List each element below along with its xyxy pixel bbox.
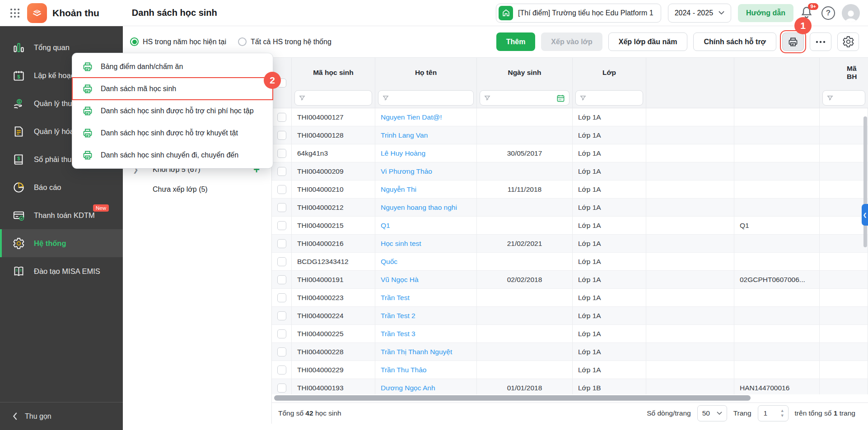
filter-input-ho-ten[interactable] bbox=[378, 90, 474, 106]
rows-per-page-label: Số dòng/trang bbox=[647, 409, 691, 417]
toolbar-ellipsis-icon-button[interactable] bbox=[810, 32, 831, 51]
radio-icon bbox=[238, 37, 247, 46]
collapse-sidebar-button[interactable]: Thu gọn bbox=[0, 402, 123, 430]
toolbar-gear-icon-button[interactable] bbox=[837, 32, 859, 51]
cell-ngay-sinh bbox=[477, 199, 573, 217]
toolbar-button-xếp-lớp-đầu-năm[interactable]: Xếp lớp đầu năm bbox=[608, 32, 688, 51]
school-year-select[interactable]: 2024 - 2025 bbox=[668, 4, 731, 23]
guide-button[interactable]: Hướng dẫn bbox=[738, 4, 793, 22]
sidebar-item-5[interactable]: Báo cáo bbox=[0, 173, 123, 201]
column-label: Ngày sinh bbox=[508, 69, 541, 77]
school-selector[interactable]: [Thí điểm] Trường tiểu học Edu Platform … bbox=[496, 4, 661, 23]
print-menu-item-1[interactable]: Danh sách mã học sinh bbox=[72, 78, 273, 100]
table-row-5: THI004000212Nguyen hoang thao nghiLớp 1A bbox=[272, 199, 868, 217]
cell-ho-ten[interactable]: Dương Ngọc Anh bbox=[375, 379, 477, 394]
row-checkbox[interactable] bbox=[277, 293, 286, 302]
help-icon[interactable]: ? bbox=[821, 6, 835, 20]
cell-ho-ten[interactable]: Nguyen Tien Dat@! bbox=[375, 108, 477, 126]
row-checkbox[interactable] bbox=[277, 311, 286, 320]
table-row-12: THI004000225Trần Test 3Lớp 1A bbox=[272, 325, 868, 343]
total-count: 42 bbox=[305, 409, 313, 417]
filter-input-lop[interactable] bbox=[575, 90, 643, 106]
horizontal-scrollbar-thumb[interactable] bbox=[274, 395, 751, 401]
print-menu-item-0[interactable]: Bảng điểm danh/chấm ăn bbox=[72, 55, 273, 78]
cell-col-5 bbox=[646, 289, 734, 307]
row-checkbox[interactable] bbox=[277, 131, 286, 140]
panel-expand-tab[interactable]: ❮ bbox=[862, 204, 868, 226]
row-checkbox[interactable] bbox=[277, 239, 286, 248]
calendar-icon[interactable] bbox=[556, 94, 565, 102]
cell-ma-hoc-sinh: THI004000191 bbox=[292, 271, 375, 289]
toolbar-printer-icon-button[interactable] bbox=[782, 32, 804, 51]
tree-item-6[interactable]: Chưa xếp lớp (5) bbox=[123, 180, 271, 199]
cell-ho-ten[interactable]: Trần Thu Thảo bbox=[375, 361, 477, 379]
top-bar: $ Khoản thu Danh sách học sinh [Thí điểm… bbox=[0, 0, 868, 26]
cell-col-6: 02GCPHT0607006... bbox=[734, 271, 820, 289]
cell-ngay-sinh: 11/11/2018 bbox=[477, 180, 573, 199]
cell-ho-ten[interactable]: Trinh Lang Van bbox=[375, 126, 477, 144]
filter-input-ma-hoc-sinh[interactable] bbox=[294, 90, 372, 106]
row-checkbox[interactable] bbox=[277, 203, 286, 212]
cell-ho-ten[interactable]: Vi Phương Thảo bbox=[375, 162, 477, 180]
student-scope-radio-0[interactable]: HS trong năm học hiện tại bbox=[130, 37, 226, 46]
cell-ho-ten[interactable]: Q1 bbox=[375, 217, 477, 235]
row-checkbox[interactable] bbox=[277, 384, 286, 393]
sidebar-item-6[interactable]: Thanh toán KDTMNew bbox=[0, 201, 123, 229]
cell-ho-ten[interactable]: Vũ Ngọc Hà bbox=[375, 271, 477, 289]
cell-ho-ten[interactable]: Trần Test 2 bbox=[375, 307, 477, 325]
filter-cell-ma-bh bbox=[820, 88, 868, 108]
row-checkbox[interactable] bbox=[277, 329, 286, 338]
student-scope-radio-1[interactable]: Tất cả HS trong hệ thống bbox=[238, 37, 331, 46]
sidebar-item-7[interactable]: Hệ thống bbox=[0, 229, 123, 257]
row-checkbox[interactable] bbox=[277, 185, 286, 194]
sidebar-item-label: Quản lý thu bbox=[34, 99, 72, 108]
cell-col-6 bbox=[734, 289, 820, 307]
print-menu-item-4[interactable]: Danh sách học sinh chuyển đi, chuyển đến bbox=[72, 144, 273, 166]
vertical-scrollbar-thumb[interactable] bbox=[863, 116, 867, 247]
cell-lop: Lớp 1A bbox=[573, 180, 646, 199]
avatar[interactable] bbox=[842, 4, 860, 22]
toolbar-button-chính-sách-hỗ-trợ[interactable]: Chính sách hỗ trợ bbox=[693, 32, 776, 51]
row-checkbox[interactable] bbox=[277, 149, 286, 158]
filter-input-ma-bh[interactable] bbox=[822, 90, 865, 106]
page-number-input[interactable]: 1 ▲▼ bbox=[758, 405, 789, 421]
cell-ho-ten[interactable]: Quốc bbox=[375, 253, 477, 271]
cell-ho-ten[interactable]: Học sinh test bbox=[375, 235, 477, 253]
page-number-value: 1 bbox=[764, 409, 768, 417]
cell-ho-ten[interactable]: Nguyen hoang thao nghi bbox=[375, 199, 477, 217]
filter-cell-ho-ten bbox=[375, 88, 477, 108]
print-menu-item-3[interactable]: Danh sách học sinh được hỗ trợ khuyết tậ… bbox=[72, 122, 273, 144]
cell-select bbox=[272, 343, 292, 361]
rows-per-page-select[interactable]: 50 bbox=[697, 405, 727, 421]
row-checkbox[interactable] bbox=[277, 167, 286, 176]
cell-ho-ten[interactable]: Trần Thị Thanh Nguyệt bbox=[375, 343, 477, 361]
sidebar-item-8[interactable]: Đào tạo MISA EMIS bbox=[0, 257, 123, 285]
row-checkbox[interactable] bbox=[277, 257, 286, 266]
cell-ho-ten[interactable]: Trần Test 3 bbox=[375, 325, 477, 343]
cell-ho-ten[interactable]: Lê Huy Hoàng bbox=[375, 144, 477, 162]
column-header-lop: Lớp bbox=[573, 58, 646, 88]
cell-select bbox=[272, 379, 292, 394]
row-checkbox[interactable] bbox=[277, 365, 286, 375]
row-checkbox[interactable] bbox=[277, 221, 286, 230]
cell-ma-bh bbox=[820, 253, 868, 271]
filter-input-ngay-sinh[interactable] bbox=[480, 90, 569, 106]
row-checkbox[interactable] bbox=[277, 347, 286, 356]
cell-ma-hoc-sinh: BCDG12343412 bbox=[292, 253, 375, 271]
toolbar-button-thêm[interactable]: Thêm bbox=[496, 32, 536, 51]
total-summary: Tổng số 42 học sinh bbox=[278, 409, 341, 417]
cell-col-5 bbox=[646, 180, 734, 199]
toolbar-button-xếp-vào-lớp[interactable]: Xếp vào lớp bbox=[541, 32, 602, 51]
row-checkbox[interactable] bbox=[277, 275, 286, 284]
chevron-down-icon bbox=[719, 11, 724, 15]
page-stepper[interactable]: ▲▼ bbox=[780, 409, 784, 418]
print-menu-item-2[interactable]: Danh sách học sinh được hỗ trợ chi phí h… bbox=[72, 100, 273, 122]
app-grid-icon[interactable] bbox=[8, 6, 22, 20]
cell-ma-bh bbox=[820, 307, 868, 325]
cell-ho-ten[interactable]: Nguyễn Thi bbox=[375, 180, 477, 199]
cell-select bbox=[272, 162, 292, 180]
cell-ho-ten[interactable]: Trần Test bbox=[375, 289, 477, 307]
row-checkbox[interactable] bbox=[277, 113, 286, 122]
annotation-step-1: 1 bbox=[794, 17, 812, 34]
cell-col-5 bbox=[646, 108, 734, 126]
